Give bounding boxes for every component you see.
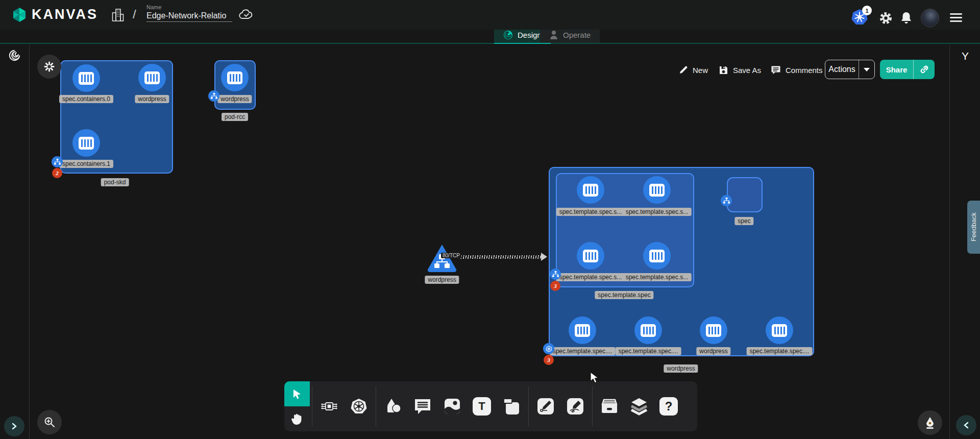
node-spec-containers-0[interactable] (72, 64, 100, 92)
hamburger-menu-icon[interactable] (950, 11, 962, 24)
node-deployment-container[interactable] (634, 316, 662, 344)
node-label: spec.template.spec.s... (623, 273, 692, 281)
selection-actions-button[interactable] (37, 55, 61, 79)
select-tool-button[interactable] (284, 381, 310, 406)
shapes-tool-button[interactable] (378, 381, 408, 431)
new-button[interactable]: New (679, 60, 708, 80)
pen-mode-button[interactable] (918, 410, 942, 435)
pan-tool-button[interactable] (284, 406, 310, 431)
expand-left-panel-button[interactable] (4, 416, 24, 436)
help-tool-button[interactable]: ? (654, 381, 683, 431)
comment-tool-button[interactable] (408, 381, 437, 431)
error-count-badge[interactable]: 3 (544, 355, 554, 365)
tab-operate-label: Operate (563, 31, 591, 39)
comments-button[interactable]: Comments (771, 60, 823, 80)
kanvas-logo-icon[interactable] (11, 7, 28, 23)
relationship-badge[interactable] (550, 269, 561, 280)
kubernetes-context-button[interactable]: 1 (851, 9, 868, 25)
tab-design-label: Design (518, 31, 542, 39)
node-wordpress-container[interactable] (221, 64, 249, 91)
node-template-container[interactable] (577, 242, 604, 270)
left-panel-divider (29, 45, 30, 439)
container-icon (641, 324, 656, 337)
container-icon (706, 324, 721, 337)
history-spiral-icon[interactable] (9, 50, 20, 61)
organization-icon[interactable] (111, 8, 125, 22)
pen-nib-icon (924, 416, 936, 429)
pencil-squiggle-icon (566, 397, 585, 416)
save-as-label: Save As (733, 66, 761, 75)
relationship-badge[interactable] (52, 156, 63, 167)
node-spec[interactable] (727, 177, 763, 212)
container-icon (227, 71, 242, 84)
collapse-right-panel-button[interactable] (956, 415, 976, 435)
node-deployment-container[interactable] (569, 316, 596, 344)
comments-icon (771, 65, 781, 75)
node-label: spec.template.spec.... (747, 347, 813, 355)
kubernetes-badge[interactable] (543, 343, 554, 354)
node-spec-containers-1[interactable] (72, 129, 100, 157)
node-template-container[interactable] (643, 242, 671, 270)
feedback-tab[interactable]: Feedback (967, 201, 980, 254)
node-label: spec (734, 217, 753, 225)
kubernetes-tool-button[interactable] (344, 381, 374, 431)
actions-button[interactable]: Actions (825, 60, 875, 79)
chevron-down-icon (864, 68, 870, 71)
drawer-tool-button[interactable] (595, 381, 624, 431)
select-tool-column (284, 381, 310, 431)
rectangle-tool-button[interactable] (497, 381, 526, 431)
node-deployment-container[interactable] (700, 316, 727, 344)
breadcrumb-separator: / (133, 7, 136, 21)
right-panel-divider (949, 45, 950, 439)
container-icon (79, 72, 94, 85)
container-icon (772, 324, 787, 337)
kanvas-logo-text: KANVAS (32, 7, 98, 22)
tabstrip-underline (0, 43, 980, 44)
node-template-container[interactable] (577, 176, 604, 204)
cursor-icon (291, 388, 303, 400)
container-icon (79, 137, 94, 150)
error-count-badge[interactable]: 3 (550, 281, 560, 291)
node-label: wordpress (135, 95, 169, 103)
save-as-button[interactable]: Save As (719, 60, 761, 80)
settings-gear-icon[interactable] (879, 11, 893, 25)
edge-pen-tool-button[interactable] (531, 381, 560, 431)
notifications-bell-icon[interactable] (900, 11, 913, 25)
share-button[interactable]: Share (880, 60, 935, 79)
text-icon: T (473, 397, 491, 416)
node-deployment-container[interactable] (766, 316, 793, 344)
error-count-badge[interactable]: 2 (52, 168, 62, 178)
node-wordpress-container[interactable] (138, 64, 166, 91)
container-icon (575, 324, 590, 337)
image-tool-button[interactable] (437, 381, 467, 431)
help-icon: ? (659, 397, 678, 416)
container-icon (144, 71, 160, 84)
edge-port-label: 80/TCP (441, 253, 461, 258)
app-header: KANVAS / Name 1 (0, 0, 980, 30)
actions-dropdown-button[interactable] (859, 68, 874, 71)
kubernetes-icon (349, 397, 369, 416)
feedback-label: Feedback (970, 212, 977, 241)
text-tool-button[interactable]: T (467, 381, 497, 431)
freehand-pen-tool-button[interactable] (560, 381, 590, 431)
relationship-badge[interactable] (721, 195, 732, 206)
operate-person-icon (549, 30, 558, 40)
node-label: spec.template.spec.... (550, 347, 616, 355)
node-template-container[interactable] (643, 176, 671, 204)
user-avatar[interactable] (921, 9, 939, 27)
node-label: spec.template.spec.... (616, 347, 681, 355)
comment-icon (413, 398, 432, 415)
toolbar-divider (312, 386, 312, 426)
bottom-toolbar: T (284, 381, 697, 431)
layers-tool-button[interactable] (624, 381, 654, 431)
design-name-input[interactable] (146, 10, 232, 22)
service-edge[interactable] (459, 255, 543, 259)
zoom-button[interactable] (37, 410, 62, 434)
shapes-panel-icon[interactable]: Y (962, 50, 969, 62)
copy-link-button[interactable] (914, 64, 935, 75)
group-label: wordpress (664, 364, 698, 373)
relationship-badge[interactable] (208, 90, 219, 102)
component-tool-button[interactable] (314, 381, 344, 431)
container-icon (583, 184, 598, 197)
group-label: pod-skd (101, 178, 129, 186)
